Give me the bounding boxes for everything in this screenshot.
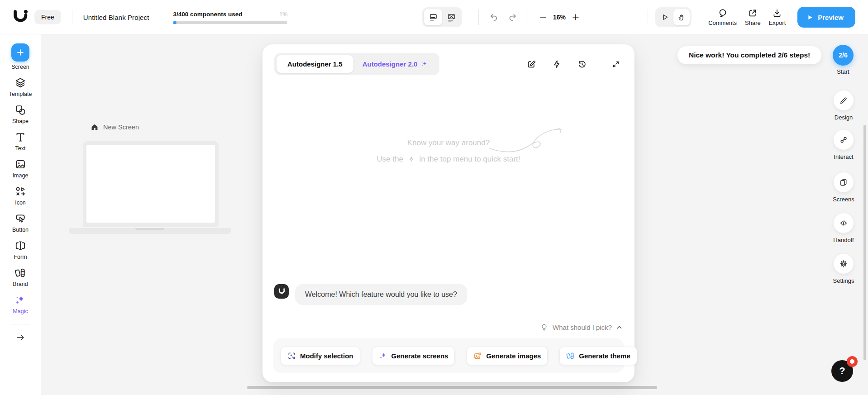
zoom-level[interactable]: 16% [550,14,569,21]
onboarding-progress-badge[interactable]: 2/6 [833,45,854,66]
tab-autodesigner-2-0[interactable]: Autodesigner 2.0 [353,55,438,73]
sidebar-item-label: Button [12,227,29,233]
shapes-icon [14,104,26,116]
help-prompt-label: What should I pick? [553,324,612,331]
screen-name-tag[interactable]: New Screen [91,123,139,131]
sidebar-item-label: Text [15,145,26,152]
action-label: Generate screens [391,352,448,360]
generate-screens-button[interactable]: Generate screens [372,347,455,365]
sidebar-item-screen[interactable]: Screen [11,43,29,70]
divider [528,10,528,25]
wireframe-view-button[interactable] [442,9,460,25]
project-title[interactable]: Untitled Blank Project [83,14,149,21]
autodesigner-tabs: Autodesigner 1.5 Autodesigner 2.0 [274,53,439,75]
comments-button[interactable]: Comments [708,8,737,26]
add-screen-button[interactable] [11,43,29,62]
sidebar-item-form[interactable]: Form [14,240,27,260]
sidebar-item-shape[interactable]: Shape [12,104,29,124]
rail-item-interact[interactable] [834,130,854,150]
sidebar-item-template[interactable]: Template [9,77,32,97]
divider [72,10,72,25]
chat-message-row: Welcome! Which feature would you like to… [274,284,467,305]
rail-item-screens[interactable] [834,172,854,192]
share-button[interactable]: Share [745,8,761,26]
sidebar-item-magic[interactable]: Magic [13,294,28,314]
sparkle-icon [379,352,387,360]
quick-actions-bar: Modify selection Generate screens [273,338,624,373]
share-icon [748,8,758,18]
assistant-avatar [274,284,289,299]
view-mode-toggle [422,7,462,27]
modify-selection-icon [287,352,296,360]
rail-item-settings[interactable] [834,254,854,274]
sidebar-item-button[interactable]: Button [12,213,29,233]
autodesigner-tools [525,57,623,71]
redo-button[interactable] [506,10,520,24]
screens-stack-icon [839,178,848,187]
play-icon [806,14,813,21]
sidebar-item-label: Brand [13,281,28,287]
rail-item-design[interactable] [834,90,854,110]
help-prompt[interactable]: What should I pick? [540,323,623,332]
sidebar-item-label: Magic [13,308,28,314]
uizard-logo-icon[interactable] [12,9,29,26]
export-button[interactable]: Export [769,8,786,26]
generate-theme-button[interactable]: Generate theme [559,347,637,365]
action-label: Generate images [486,352,541,360]
uizard-logo-icon [278,288,286,295]
action-label: Generate theme [579,352,630,360]
left-toolbar: Screen Template Shape Text Image [0,34,41,395]
preview-label: Preview [818,14,844,21]
brand-cards-icon [14,267,26,279]
new-chat-button[interactable] [525,57,538,71]
horizontal-scrollbar[interactable] [247,386,657,389]
history-icon [577,59,587,69]
hint-line-2: Use the in the top menu to quick start! [262,151,634,167]
home-icon [91,123,99,131]
vertical-scrollbar[interactable] [863,125,866,360]
button-cursor-icon [14,213,26,224]
undo-button[interactable] [487,10,501,24]
screen-name-label: New Screen [103,124,139,131]
zoom-out-button[interactable] [536,10,550,24]
rail-item-handoff[interactable] [834,213,854,233]
plan-badge[interactable]: Free [34,10,61,24]
form-field-icon [14,240,26,252]
sparkles-icon [14,294,26,306]
comment-bubble-icon [718,8,728,18]
design-view-button[interactable] [424,9,442,25]
history-button[interactable] [575,57,589,71]
layers-icon [14,77,26,89]
collapse-sidebar-button[interactable] [14,331,27,344]
select-mode-button[interactable] [657,9,673,25]
divider [699,10,699,25]
zoom-in-button[interactable] [569,10,582,24]
topbar-left-group: Free Untitled Blank Project 3/400 compon… [12,0,287,34]
compose-icon [526,59,536,69]
quick-start-button[interactable] [550,57,563,71]
lightning-icon [552,59,562,69]
sidebar-item-brand[interactable]: Brand [13,267,28,287]
redo-icon [508,12,518,22]
tab-label: Autodesigner 1.5 [287,60,343,68]
sidebar-item-label: Form [14,254,27,260]
text-icon [14,131,26,143]
expand-panel-button[interactable] [609,57,623,71]
image-icon [14,158,26,170]
rail-item-label: Screens [825,196,862,203]
modify-selection-button[interactable]: Modify selection [281,347,360,365]
lightbulb-icon [540,323,548,332]
laptop-mockup[interactable] [69,141,231,234]
sidebar-item-text[interactable]: Text [14,131,26,152]
glyph-set-icon [14,186,26,197]
generate-images-button[interactable]: Generate images [467,347,548,365]
pan-mode-button[interactable] [673,9,690,25]
tab-autodesigner-1-5[interactable]: Autodesigner 1.5 [277,55,353,73]
preview-button[interactable]: Preview [797,7,855,28]
sidebar-item-icon[interactable]: Icon [14,186,26,206]
divider [11,324,30,324]
autodesigner-panel: Autodesigner 1.5 Autodesigner 2.0 [262,44,634,382]
components-used-text: 3/400 components used [173,11,242,18]
sidebar-item-image[interactable]: Image [13,158,29,179]
sidebar-item-label: Icon [15,200,26,206]
